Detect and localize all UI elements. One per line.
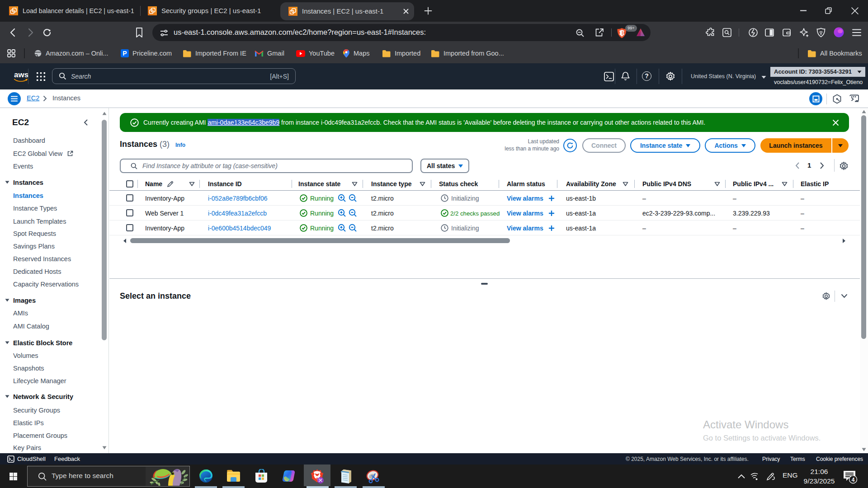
svg-text:4: 4 [852,477,855,483]
